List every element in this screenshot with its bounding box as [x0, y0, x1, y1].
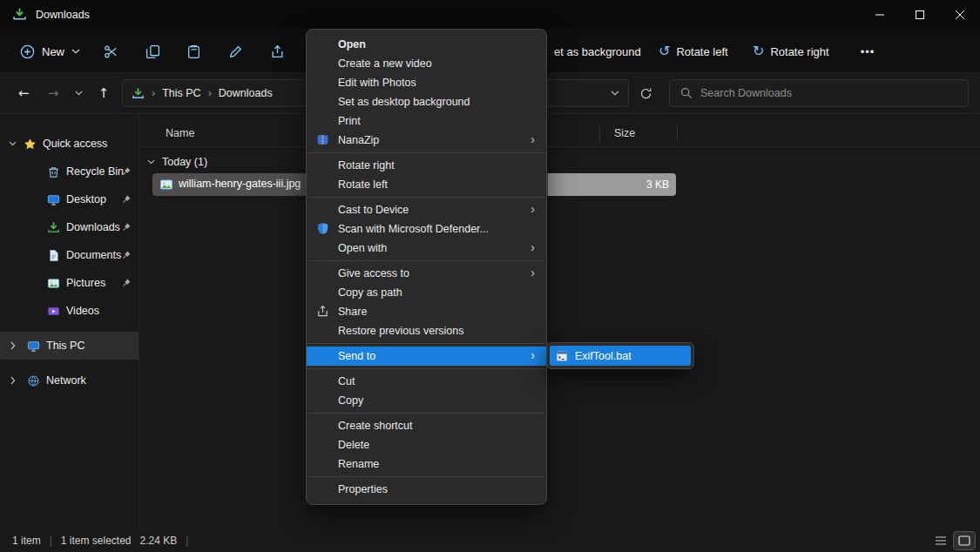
sidebar-item-recycle-bin[interactable]: Recycle Bin — [0, 158, 139, 185]
menu-item-delete[interactable]: Delete — [307, 435, 546, 454]
ellipsis-icon: ••• — [861, 45, 875, 58]
new-button-label: New — [42, 45, 64, 58]
menu-item-label: Create a new video — [338, 57, 432, 70]
share-button[interactable] — [265, 39, 289, 64]
selection-size: 2.24 KB — [140, 535, 178, 547]
window-controls — [860, 0, 980, 29]
navigation-pane: Quick access Recycle Bin Desktop Downloa… — [0, 114, 139, 529]
menu-item-create-a-new-video[interactable]: Create a new video — [307, 54, 546, 73]
rotate-left-button[interactable]: ↺ Rotate left — [652, 38, 735, 64]
menu-item-label: Give access to — [338, 267, 409, 279]
chevron-down-icon — [147, 159, 155, 165]
menu-item-share[interactable]: Share — [307, 302, 546, 321]
sidebar-item-documents[interactable]: Documents — [0, 241, 139, 269]
refresh-button[interactable] — [632, 80, 659, 106]
search-input[interactable]: Search Downloads — [669, 79, 969, 107]
menu-item-set-as-desktop-background[interactable]: Set as desktop background — [307, 92, 546, 111]
selection-highlight-size: 3 KB — [548, 173, 676, 196]
maximize-button[interactable] — [900, 0, 940, 29]
group-header-today[interactable]: Today (1) — [147, 152, 207, 172]
menu-item-edit-with-photos[interactable]: Edit with Photos — [307, 73, 546, 92]
menu-separator — [308, 260, 545, 261]
sidebar-item-label: Network — [46, 374, 86, 387]
menu-item-restore-previous-versions[interactable]: Restore previous versions — [307, 321, 546, 340]
breadcrumb-this-pc[interactable]: This PC — [162, 87, 200, 99]
downloads-folder-icon — [132, 87, 145, 100]
breadcrumb-separator: › — [152, 87, 155, 99]
menu-item-cut[interactable]: Cut — [307, 372, 546, 391]
menu-item-label: Rotate right — [338, 159, 395, 172]
sidebar-item-pictures[interactable]: Pictures — [0, 269, 139, 297]
menu-item-rename[interactable]: Rename — [307, 454, 546, 474]
sidebar-item-this-pc[interactable]: This PC — [0, 332, 139, 360]
details-view-button[interactable] — [930, 532, 951, 549]
set-as-background-button[interactable]: et as background — [547, 38, 648, 64]
back-button[interactable]: ← — [10, 80, 37, 106]
menu-item-label: Edit with Photos — [338, 77, 416, 89]
menu-item-rotate-left[interactable]: Rotate left — [307, 175, 546, 194]
column-header-name[interactable]: Name — [166, 127, 194, 139]
menu-item-give-access-to[interactable]: Give access to › — [307, 264, 546, 283]
monitor-icon — [47, 193, 60, 206]
new-button[interactable]: New — [11, 38, 89, 64]
pin-icon — [121, 222, 132, 232]
sidebar-item-desktop[interactable]: Desktop — [0, 185, 139, 213]
column-header-size[interactable]: Size — [614, 127, 635, 139]
breadcrumb-downloads[interactable]: Downloads — [219, 87, 273, 99]
menu-item-create-shortcut[interactable]: Create shortcut — [307, 416, 546, 435]
sidebar-item-network[interactable]: Network — [0, 367, 139, 394]
menu-item-open[interactable]: Open — [307, 35, 546, 54]
globe-icon — [27, 374, 40, 387]
monitor-icon — [27, 340, 40, 353]
sidebar-item-videos[interactable]: Videos — [0, 297, 139, 325]
menu-item-label: Create shortcut — [338, 420, 412, 432]
submenu-item-exiftool[interactable]: ExifTool.bat — [550, 346, 691, 366]
menu-item-scan-with-defender[interactable]: Scan with Microsoft Defender... — [307, 219, 546, 239]
sidebar-item-quick-access[interactable]: Quick access — [0, 130, 139, 158]
cut-button[interactable] — [98, 39, 123, 64]
image-file-icon — [159, 178, 173, 192]
rotate-right-button[interactable]: ↻ Rotate right — [746, 38, 836, 64]
sidebar-item-label: Recycle Bin — [66, 165, 124, 178]
recent-locations-button[interactable] — [68, 80, 89, 106]
rotate-left-label: Rotate left — [676, 45, 727, 58]
file-size: 3 KB — [646, 178, 669, 191]
pin-icon — [121, 194, 132, 205]
address-dropdown-icon[interactable] — [611, 91, 619, 96]
menu-item-copy[interactable]: Copy — [307, 391, 546, 410]
menu-item-send-to[interactable]: Send to › — [307, 347, 546, 366]
titlebar: Downloads — [0, 0, 980, 29]
sidebar-item-label: This PC — [46, 340, 84, 352]
close-button[interactable] — [940, 0, 980, 29]
minimize-button[interactable] — [860, 0, 900, 29]
file-row[interactable]: 3 KB william-henry-gates-iii.jpg — [140, 173, 980, 196]
menu-item-label: Cast to Device — [338, 204, 409, 216]
copy-button[interactable] — [140, 39, 165, 64]
chevron-down-icon — [9, 141, 17, 146]
pin-icon — [121, 166, 132, 177]
column-divider[interactable] — [677, 126, 678, 142]
menu-item-open-with[interactable]: Open with › — [307, 239, 546, 258]
menu-item-nanazip[interactable]: NanaZip › — [307, 131, 546, 150]
large-icons-view-button[interactable] — [954, 532, 975, 549]
sidebar-item-downloads[interactable]: Downloads — [0, 213, 139, 241]
forward-icon: → — [48, 87, 59, 100]
menu-item-label: Open — [338, 38, 366, 50]
more-options-button[interactable]: ••• — [855, 39, 880, 64]
status-divider: | — [186, 535, 188, 547]
menu-item-rotate-right[interactable]: Rotate right — [307, 156, 546, 175]
column-divider[interactable] — [599, 126, 600, 142]
menu-item-print[interactable]: Print — [307, 111, 546, 131]
menu-item-properties[interactable]: Properties — [307, 480, 546, 499]
chevron-down-icon — [71, 49, 80, 54]
paste-button[interactable] — [181, 39, 206, 64]
document-icon — [47, 249, 60, 262]
menu-item-label: NanaZip — [338, 134, 379, 146]
menu-item-copy-as-path[interactable]: Copy as path — [307, 283, 546, 302]
rename-button[interactable] — [223, 39, 247, 64]
forward-button[interactable]: → — [40, 80, 66, 106]
rotate-left-icon: ↺ — [659, 44, 670, 58]
sidebar-item-label: Pictures — [66, 277, 105, 289]
menu-item-cast-to-device[interactable]: Cast to Device › — [307, 200, 546, 219]
up-button[interactable]: ↑ — [91, 80, 117, 106]
